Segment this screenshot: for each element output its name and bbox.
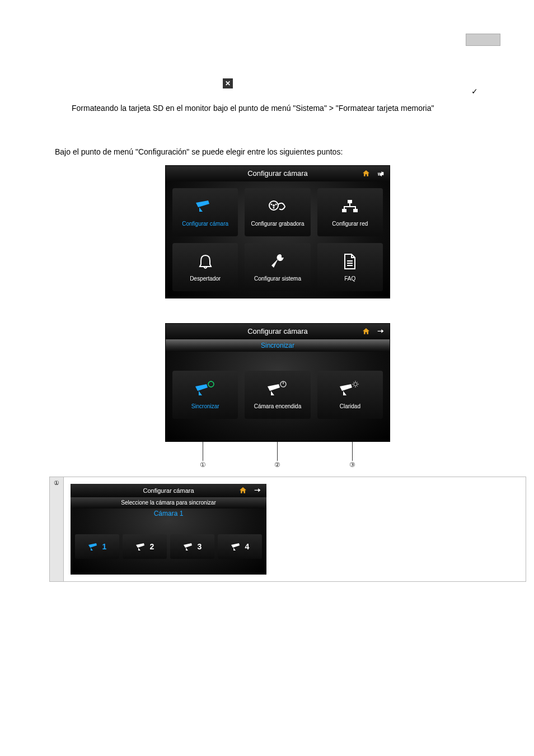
svg-rect-6: [342, 209, 346, 212]
camera-slot-4[interactable]: 4: [218, 534, 262, 559]
camera-slot-3[interactable]: 3: [170, 534, 214, 559]
tile-faq[interactable]: FAQ: [317, 243, 383, 291]
wrench-icon: [269, 252, 286, 271]
svg-point-10: [354, 382, 357, 386]
svg-point-2: [270, 204, 272, 206]
screenshot-select-camera: Configurar cámara Seleccione la cámara p…: [71, 484, 266, 575]
page-number-box: [466, 34, 500, 46]
check-icon: ✓: [471, 87, 478, 96]
camera-power-icon: [266, 380, 289, 399]
camera-sync-icon: [194, 380, 217, 399]
screen2-title: Configurar cámara: [247, 327, 308, 335]
camera-slot-2[interactable]: 2: [123, 534, 167, 559]
screen3-title: Configurar cámara: [143, 487, 194, 494]
steps-table: ① Configurar cámara Seleccione la cámara…: [49, 477, 526, 582]
tile-camera-on[interactable]: Cámara encendida: [245, 371, 310, 419]
paragraph-2: Bajo el punto de menú "Configuración" se…: [55, 147, 469, 156]
x-icon: ✕: [223, 78, 233, 88]
camera-icon: [195, 197, 216, 216]
back-icon[interactable]: [253, 486, 262, 495]
tile-config-recorder[interactable]: Configurar grabadora: [245, 188, 310, 236]
step-number: ①: [50, 477, 64, 581]
screen2-subtitle: Sincronizar: [166, 339, 390, 352]
home-icon[interactable]: [362, 169, 371, 178]
tile-config-camera[interactable]: Configurar cámara: [172, 188, 238, 236]
tile-sync[interactable]: Sincronizar: [172, 371, 238, 419]
svg-point-4: [273, 207, 274, 209]
svg-rect-5: [348, 200, 352, 203]
bell-icon: [198, 252, 213, 271]
home-icon[interactable]: [362, 327, 371, 336]
home-icon[interactable]: [238, 486, 247, 495]
screen3-sub1: Seleccione la cámara para sincronizar: [71, 497, 266, 508]
tile-alarm[interactable]: Despertador: [172, 243, 238, 291]
screenshot-sync-menu: Configurar cámara Sincronizar Sincroniza…: [165, 323, 390, 442]
network-icon: [341, 197, 359, 216]
screenshot-config-menu: Configurar cámara Configurar cámara Conf…: [165, 165, 390, 298]
tile-config-system[interactable]: Configurar sistema: [245, 243, 310, 291]
svg-point-8: [208, 381, 214, 387]
document-icon: [343, 252, 357, 271]
svg-point-1: [273, 204, 275, 207]
reel-icon: [268, 197, 287, 216]
callout-markers: ① ② ③: [166, 442, 390, 469]
tile-brightness[interactable]: Claridad: [317, 371, 383, 419]
svg-rect-7: [353, 209, 358, 212]
screen3-sub2: Cámara 1: [71, 508, 266, 519]
back-icon[interactable]: [376, 169, 385, 178]
tile-config-network[interactable]: Configurar red: [317, 188, 383, 236]
svg-point-3: [275, 204, 277, 206]
paragraph-1: Formateando la tarjeta SD en el monitor …: [72, 103, 486, 114]
screen1-title: Configurar cámara: [247, 169, 308, 178]
back-icon[interactable]: [376, 327, 385, 336]
camera-slot-1[interactable]: 1: [75, 534, 119, 559]
camera-brightness-icon: [339, 380, 361, 399]
